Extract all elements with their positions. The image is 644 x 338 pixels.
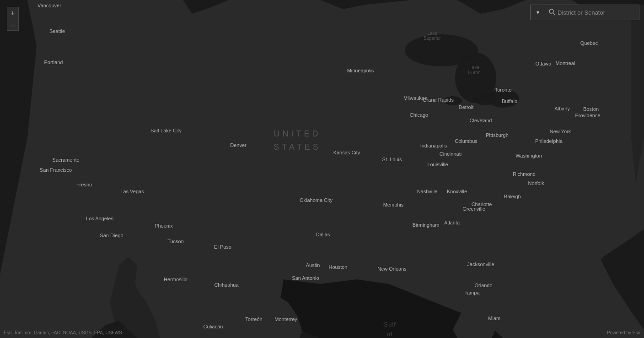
search-input-wrapper: [545, 5, 639, 20]
zoom-out-button[interactable]: –: [7, 19, 19, 31]
svg-point-4: [444, 96, 462, 105]
attribution-left: Esri, TomTom, Garmin, FAO, NOAA, USGS, E…: [4, 330, 122, 335]
search-input[interactable]: [558, 9, 635, 16]
zoom-in-button[interactable]: +: [7, 7, 19, 19]
svg-point-5: [487, 89, 519, 108]
map-container: VancouverSeattlePortlandSacramentoSan Fr…: [0, 0, 644, 338]
zoom-controls: + –: [7, 7, 19, 31]
map-background: [0, 0, 644, 338]
dropdown-arrow-icon: ▾: [537, 9, 539, 16]
svg-line-7: [553, 13, 555, 15]
search-bar: ▾: [530, 5, 639, 20]
attribution-right: Powered by Esri: [607, 330, 640, 335]
search-dropdown-button[interactable]: ▾: [530, 5, 545, 20]
search-icon: [549, 9, 555, 16]
